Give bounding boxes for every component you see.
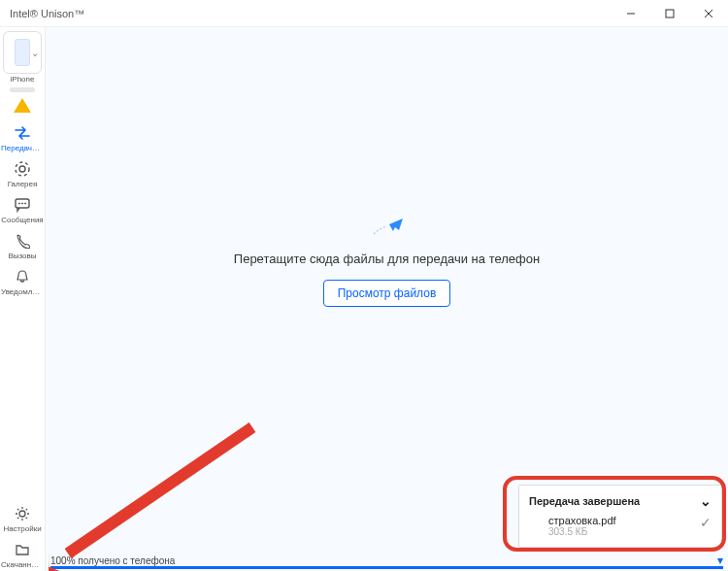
transfer-complete-panel: Передача завершена ⌄ страховка.pdf 303.5… [518, 485, 722, 548]
sidebar-item-calls[interactable]: Вызовы [1, 226, 44, 262]
device-selector[interactable]: ⌄ [3, 31, 42, 74]
chevron-down-icon: ⌄ [31, 48, 39, 58]
progress-bar [50, 566, 723, 569]
check-icon: ✓ [700, 515, 711, 530]
status-collapse-icon[interactable]: ▾ [717, 554, 723, 567]
transfer-icon [13, 124, 32, 142]
svg-point-7 [18, 203, 19, 204]
status-bar: 100% получено с телефона ▾ [50, 552, 723, 569]
phone-icon [15, 39, 30, 66]
sidebar-item-label: Сообщения [1, 216, 44, 224]
close-button[interactable] [689, 0, 728, 27]
transfer-title: Передача завершена [529, 495, 640, 507]
dropzone-text: Перетащите сюда файлы для передачи на те… [234, 252, 540, 266]
gallery-icon [13, 160, 32, 178]
status-text: 100% получено с телефона [50, 555, 175, 566]
window-controls [612, 0, 728, 27]
sidebar-item-label: Передача ... [1, 144, 44, 152]
svg-point-8 [21, 203, 22, 204]
sidebar-item-settings[interactable]: Настройки [1, 499, 44, 535]
calls-icon [13, 232, 32, 250]
svg-point-10 [19, 511, 25, 517]
battery-indicator [10, 87, 35, 92]
chevron-down-icon[interactable]: ⌄ [700, 493, 711, 509]
svg-rect-1 [666, 10, 674, 17]
minimize-button[interactable] [612, 0, 650, 27]
bell-icon [13, 268, 32, 286]
sidebar-item-label: Скачанные... [1, 560, 44, 569]
messages-icon [13, 196, 32, 214]
browse-files-button[interactable]: Просмотр файлов [323, 280, 451, 307]
maximize-button[interactable] [650, 0, 689, 27]
warning-icon [14, 98, 31, 113]
svg-point-5 [16, 162, 29, 176]
sidebar-item-label: Галерея [1, 180, 44, 188]
svg-point-9 [24, 203, 25, 204]
sidebar-item-gallery[interactable]: Галерея [1, 154, 44, 190]
device-name: iPhone [1, 75, 44, 84]
sidebar-item-label: Уведомлен... [1, 287, 44, 296]
sidebar-item-label: Настройки [1, 524, 44, 533]
folder-icon [13, 541, 32, 558]
sidebar-item-transfer[interactable]: Передача ... [1, 118, 44, 154]
title-bar: Intel® Unison™ [0, 0, 728, 27]
sidebar-item-downloads[interactable]: Скачанные... [1, 535, 44, 571]
gear-icon [13, 505, 32, 522]
transfer-file-name: страховка.pdf [548, 515, 616, 526]
window-title: Intel® Unison™ [10, 8, 84, 19]
transfer-file-size: 303.5 КБ [548, 526, 616, 537]
sidebar-item-label: Вызовы [1, 252, 44, 260]
paper-plane-icon [368, 215, 407, 238]
sidebar-item-messages[interactable]: Сообщения [1, 190, 44, 226]
transfer-file-row[interactable]: страховка.pdf 303.5 КБ ✓ [529, 515, 711, 537]
content-area: Перетащите сюда файлы для передачи на те… [46, 27, 728, 571]
sidebar-item-notifications[interactable]: Уведомлен... [1, 262, 44, 298]
sidebar: ⌄ iPhone Передача ... Галерея Сообщения [0, 27, 46, 571]
svg-point-4 [19, 166, 25, 172]
